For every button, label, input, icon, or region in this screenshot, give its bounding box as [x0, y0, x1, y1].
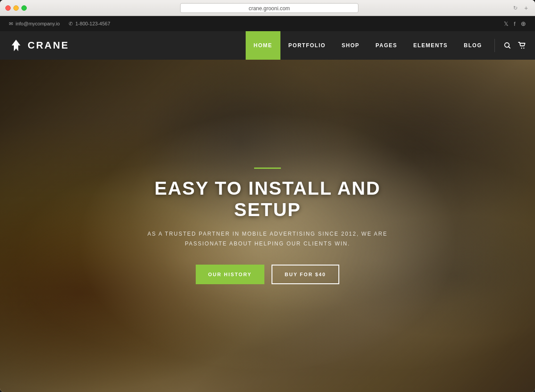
nav-item-home: HOME: [246, 31, 280, 60]
url-bar: crane.grooni.com: [30, 3, 508, 13]
logo-icon: [9, 38, 23, 53]
logo-text: CRANE: [28, 40, 69, 51]
logo[interactable]: CRANE: [9, 38, 246, 53]
svg-line-4: [509, 47, 510, 49]
website-content: ✉ info@mycompany.io ✆ 1-800-123-4567 𝕏 f…: [0, 16, 535, 392]
nav-divider: [494, 39, 495, 52]
phone-number: 1-800-123-4567: [75, 21, 110, 26]
close-button[interactable]: [5, 5, 11, 11]
svg-point-6: [523, 48, 524, 49]
svg-marker-1: [12, 40, 16, 51]
search-button[interactable]: [504, 42, 511, 49]
email-icon: ✉: [9, 21, 13, 27]
globe-icon[interactable]: ⊕: [521, 20, 526, 27]
nav-item-pages: PAGES: [367, 31, 405, 60]
nav-item-portfolio: PORTFOLIO: [280, 31, 334, 60]
cart-icon: [518, 42, 526, 49]
nav-item-elements: ELEMENTS: [405, 31, 456, 60]
navbar: CRANE HOME PORTFOLIO SHOP PAGES ELEMENTS: [0, 31, 535, 60]
nav-icons: [504, 42, 526, 49]
hero-accent-line: [254, 167, 281, 169]
hero-subtitle: AS A TRUSTED PARTNER IN MOBILE ADVERTISI…: [129, 229, 406, 249]
browser-titlebar: crane.grooni.com ↻ +: [0, 0, 535, 16]
phone-icon: ✆: [69, 21, 73, 27]
cart-button[interactable]: [518, 42, 526, 49]
email-address: info@mycompany.io: [16, 21, 60, 26]
browser-window: crane.grooni.com ↻ + ✉ info@mycompany.io…: [0, 0, 535, 392]
refresh-icon[interactable]: ↻: [512, 4, 519, 12]
nav-menu: HOME PORTFOLIO SHOP PAGES ELEMENTS BLOG: [246, 31, 490, 60]
nav-link-shop[interactable]: SHOP: [333, 31, 367, 60]
nav-item-blog: BLOG: [456, 31, 490, 60]
url-input[interactable]: crane.grooni.com: [180, 3, 358, 13]
new-tab-button[interactable]: +: [523, 4, 530, 12]
phone-contact: ✆ 1-800-123-4567: [69, 21, 110, 27]
search-icon: [504, 42, 511, 49]
traffic-lights: [5, 5, 27, 11]
hero-content: EASY TO INSTALL AND SETUP AS A TRUSTED P…: [111, 167, 424, 285]
nav-link-home[interactable]: HOME: [246, 31, 280, 60]
facebook-icon[interactable]: f: [514, 20, 515, 27]
minimize-button[interactable]: [13, 5, 19, 11]
top-bar-right: 𝕏 f ⊕: [504, 20, 526, 27]
nav-item-shop: SHOP: [333, 31, 367, 60]
maximize-button[interactable]: [21, 5, 27, 11]
email-contact: ✉ info@mycompany.io: [9, 21, 60, 27]
hero-title: EASY TO INSTALL AND SETUP: [129, 178, 406, 221]
svg-marker-2: [16, 40, 21, 51]
twitter-icon[interactable]: 𝕏: [504, 20, 508, 27]
nav-link-pages[interactable]: PAGES: [367, 31, 405, 60]
top-bar: ✉ info@mycompany.io ✆ 1-800-123-4567 𝕏 f…: [0, 16, 535, 31]
nav-link-portfolio[interactable]: PORTFOLIO: [280, 31, 334, 60]
hero-buttons: OUR HISTORY BUY FOR $40: [129, 265, 406, 284]
nav-link-blog[interactable]: BLOG: [456, 31, 490, 60]
top-bar-left: ✉ info@mycompany.io ✆ 1-800-123-4567: [9, 21, 504, 27]
our-history-button[interactable]: OUR HISTORY: [196, 265, 264, 284]
hero-section: EASY TO INSTALL AND SETUP AS A TRUSTED P…: [0, 60, 535, 392]
svg-point-5: [521, 48, 522, 49]
nav-link-elements[interactable]: ELEMENTS: [405, 31, 456, 60]
buy-button[interactable]: BUY FOR $40: [272, 265, 340, 284]
